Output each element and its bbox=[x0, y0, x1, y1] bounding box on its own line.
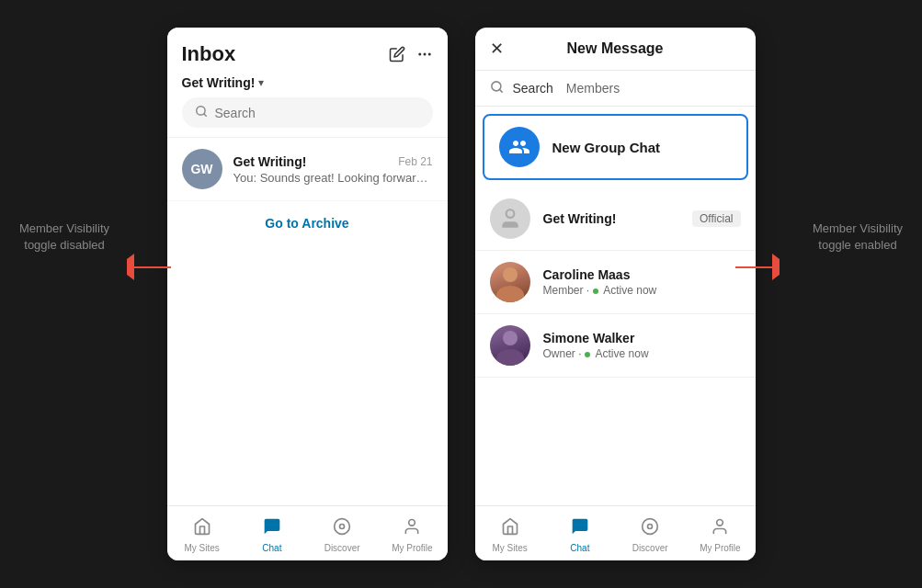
nav-chat-label: Chat bbox=[262, 543, 281, 553]
group-icon-svg bbox=[508, 136, 530, 158]
chat-icon bbox=[263, 517, 281, 540]
inbox-bottom-nav: My Sites Chat Discover bbox=[167, 505, 448, 560]
chat-info: Get Writing! Feb 21 You: Sounds great! L… bbox=[233, 154, 433, 185]
msg-profile-icon bbox=[711, 517, 729, 540]
close-button[interactable]: ✕ bbox=[490, 40, 504, 57]
members-tab: Members bbox=[566, 81, 620, 96]
group-chat-icon bbox=[499, 127, 540, 167]
nav-discover[interactable]: Discover bbox=[307, 514, 377, 557]
search-icon bbox=[195, 105, 208, 120]
search-bar[interactable] bbox=[182, 97, 433, 128]
official-badge: Official bbox=[692, 210, 740, 227]
left-arrow bbox=[127, 259, 171, 276]
inbox-panel: Inbox Get Writing! bbox=[167, 28, 448, 560]
svg-point-1 bbox=[423, 53, 426, 56]
chevron-down-icon: ▾ bbox=[258, 76, 264, 89]
panels-container: Inbox Get Writing! bbox=[167, 28, 756, 560]
contact-item-caroline[interactable]: Caroline Maas Member · Active now bbox=[475, 251, 756, 314]
inbox-icons bbox=[389, 46, 433, 62]
left-arrow-line bbox=[134, 266, 171, 268]
contact-info-caroline: Caroline Maas Member · Active now bbox=[543, 267, 741, 297]
nav-my-profile-label: My Profile bbox=[392, 543, 432, 553]
inbox-header: Inbox Get Writing! bbox=[167, 28, 448, 138]
svg-point-11 bbox=[643, 519, 658, 535]
contact-name-row-get-writing: Get Writing! Official bbox=[543, 210, 741, 227]
svg-point-7 bbox=[409, 520, 415, 526]
compose-icon bbox=[389, 46, 405, 62]
message-search-icon bbox=[490, 80, 504, 96]
group-name-row[interactable]: Get Writing! ▾ bbox=[182, 75, 433, 90]
contact-avatar-caroline bbox=[490, 262, 530, 302]
go-to-archive-button[interactable]: Go to Archive bbox=[167, 201, 448, 245]
search-input[interactable] bbox=[215, 106, 420, 120]
chat-avatar: GW bbox=[182, 149, 222, 189]
chat-preview: You: Sounds great! Looking forward to le… bbox=[233, 171, 433, 185]
more-options-button[interactable] bbox=[416, 46, 433, 62]
active-dot-simone bbox=[585, 352, 590, 357]
msg-nav-discover-label: Discover bbox=[632, 543, 668, 553]
message-bottom-nav: My Sites Chat Discover bbox=[475, 505, 756, 560]
svg-line-9 bbox=[499, 89, 502, 92]
writing-group-icon bbox=[498, 207, 522, 231]
message-title: New Message bbox=[567, 40, 664, 57]
svg-point-2 bbox=[427, 53, 430, 56]
contact-status-caroline: Member · Active now bbox=[543, 284, 741, 297]
inbox-title: Inbox bbox=[182, 42, 236, 66]
chat-date: Feb 21 bbox=[398, 155, 432, 168]
right-arrow-line bbox=[735, 266, 772, 268]
discover-icon bbox=[333, 517, 351, 540]
msg-nav-discover[interactable]: Discover bbox=[615, 514, 685, 557]
new-group-chat-item[interactable]: New Group Chat bbox=[483, 114, 748, 180]
contact-info-simone: Simone Walker Owner · Active now bbox=[543, 331, 741, 360]
message-search-bar[interactable]: Search Members bbox=[475, 71, 756, 107]
contact-name-row-simone: Simone Walker bbox=[543, 331, 741, 345]
contact-item-simone[interactable]: Simone Walker Owner · Active now bbox=[475, 314, 756, 378]
nav-my-sites[interactable]: My Sites bbox=[167, 514, 237, 557]
contact-avatar-get-writing bbox=[490, 198, 530, 239]
right-arrowhead bbox=[772, 259, 780, 276]
chat-item[interactable]: GW Get Writing! Feb 21 You: Sounds great… bbox=[167, 138, 448, 201]
nav-my-profile[interactable]: My Profile bbox=[377, 514, 447, 557]
contact-name-row-caroline: Caroline Maas bbox=[543, 267, 741, 282]
contact-name-simone: Simone Walker bbox=[543, 331, 635, 345]
active-dot-caroline bbox=[593, 288, 598, 294]
new-message-panel: ✕ New Message Search Members New Gr bbox=[475, 28, 756, 560]
svg-point-5 bbox=[335, 519, 350, 535]
contact-item-get-writing[interactable]: Get Writing! Official bbox=[475, 187, 756, 251]
inbox-body: GW Get Writing! Feb 21 You: Sounds great… bbox=[167, 138, 448, 505]
right-annotation: Member Visibility toggle enabled bbox=[802, 220, 913, 254]
new-group-chat-label: New Group Chat bbox=[552, 140, 661, 155]
msg-nav-chat[interactable]: Chat bbox=[545, 514, 615, 557]
msg-nav-my-sites-label: My Sites bbox=[492, 543, 527, 553]
svg-point-6 bbox=[340, 525, 345, 529]
nav-my-sites-label: My Sites bbox=[184, 543, 219, 553]
msg-nav-my-sites[interactable]: My Sites bbox=[475, 514, 545, 557]
nav-discover-label: Discover bbox=[324, 543, 360, 553]
msg-chat-icon bbox=[571, 517, 589, 540]
contact-info-get-writing: Get Writing! Official bbox=[543, 210, 741, 227]
contact-avatar-simone bbox=[490, 325, 530, 366]
nav-chat[interactable]: Chat bbox=[237, 514, 307, 557]
contact-name-get-writing: Get Writing! bbox=[543, 211, 617, 226]
more-options-icon bbox=[416, 46, 433, 62]
msg-nav-chat-label: Chat bbox=[570, 543, 589, 553]
svg-point-10 bbox=[506, 209, 514, 218]
message-header: ✕ New Message bbox=[475, 28, 756, 71]
message-search-label: Search bbox=[513, 81, 553, 96]
right-arrow bbox=[735, 259, 780, 276]
msg-nav-my-profile-label: My Profile bbox=[700, 543, 740, 553]
compose-button[interactable] bbox=[389, 46, 405, 62]
left-annotation: Member Visibility toggle disabled bbox=[9, 220, 120, 254]
left-arrowhead bbox=[127, 259, 134, 276]
profile-icon bbox=[403, 517, 421, 540]
svg-point-0 bbox=[418, 53, 421, 56]
msg-nav-my-profile[interactable]: My Profile bbox=[685, 514, 755, 557]
contact-name-caroline: Caroline Maas bbox=[543, 267, 631, 282]
home-icon bbox=[193, 517, 211, 540]
contact-status-simone: Owner · Active now bbox=[543, 347, 741, 360]
svg-point-13 bbox=[717, 520, 723, 526]
message-body: New Group Chat Get Writing! Official bbox=[475, 107, 756, 505]
group-name: Get Writing! bbox=[182, 75, 256, 90]
chat-name-row: Get Writing! Feb 21 bbox=[233, 154, 433, 169]
inbox-title-row: Inbox bbox=[182, 42, 433, 66]
